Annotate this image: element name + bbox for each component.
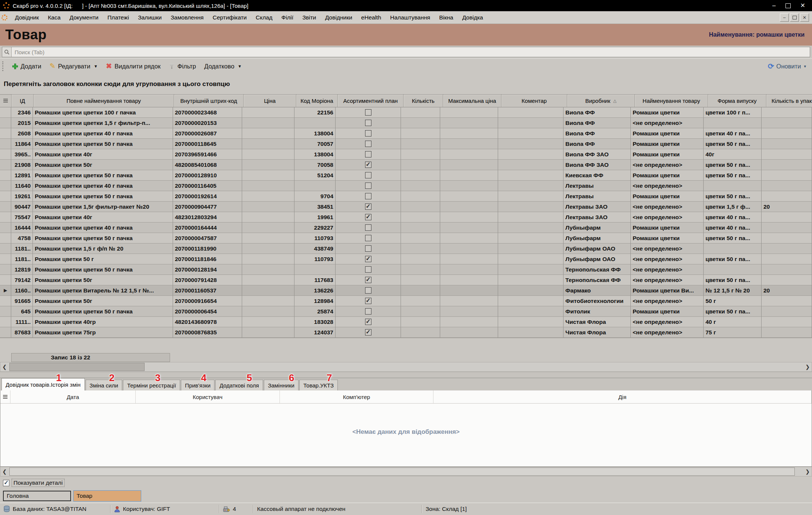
scroll-right-icon[interactable]: ❯ [803,467,812,476]
column-header-id[interactable]: ІД [12,95,34,107]
assortment-plan-checkbox[interactable] [365,235,371,241]
detail-tab-Терміни реєстрації[interactable]: Терміни реєстрації [123,380,180,390]
table-row[interactable]: 79142Ромашки цветки 50г20700007914281176… [0,275,812,285]
assortment-plan-checkbox[interactable] [365,183,371,189]
menu-item-Довідник[interactable]: Довідник [10,14,43,21]
mdi-minimize-button[interactable]: – [780,13,789,22]
splitter[interactable] [0,372,812,378]
window-tab-Товар[interactable]: Товар [73,490,141,502]
table-row[interactable]: ▶1160..Ромашки цветки Витарель № 12 1,5 … [0,285,812,296]
menu-item-Вікна[interactable]: Вікна [435,14,458,21]
minimize-button[interactable]: – [772,3,776,9]
assortment-plan-checkbox[interactable] [365,298,371,304]
column-header-pack_quantity[interactable]: Кількість в упак [766,95,812,107]
menu-item-Залишки[interactable]: Залишки [133,14,166,21]
table-row[interactable]: 11864Ромашки цветки цветки 50 г пачка207… [0,139,812,149]
assortment-plan-checkbox[interactable] [365,329,371,335]
assortment-plan-checkbox[interactable] [365,141,371,147]
scrollbar-thumb[interactable] [9,363,145,371]
column-header-max_price[interactable]: Максимальна ціна [443,95,501,107]
detail-tab-Зміна сили[interactable]: Зміна сили [86,380,123,390]
main-hscrollbar[interactable]: ❮ ❯ [0,362,812,372]
table-row[interactable]: 90447Ромашки цветки 1,5г фильтр-пакет №2… [0,202,812,212]
menu-item-Довідка[interactable]: Довідка [458,14,488,21]
assortment-plan-checkbox[interactable] [365,130,371,137]
close-button[interactable]: ✕ [800,3,805,9]
table-row[interactable]: 91665Ромашки цветки 50г20700009166541289… [0,296,812,306]
menu-item-Сертифікати[interactable]: Сертифікати [208,14,251,21]
detail-corner-button[interactable] [0,390,10,403]
column-header-full_name[interactable]: Повне найменування товару [34,95,174,107]
table-row[interactable]: 12819Ромашки цветки цветки 50 г пачка207… [0,264,812,275]
assortment-plan-checkbox[interactable] [365,172,371,178]
column-header-morion_code[interactable]: Код Моріона [296,95,338,107]
mdi-close-button[interactable]: ✕ [800,13,809,22]
menu-item-Налаштування[interactable]: Налаштування [386,14,435,21]
assortment-plan-checkbox[interactable] [365,151,371,157]
menu-item-Платежі[interactable]: Платежі [103,14,133,21]
menu-item-Довідники[interactable]: Довідники [321,14,357,21]
detail-column-header-Користувач[interactable]: Користувач [136,390,280,403]
menu-item-Каса[interactable]: Каса [43,14,65,21]
table-row[interactable]: 645Ромашки цветки цветки 50 г пачка20700… [0,306,812,317]
column-header-assortment_plan[interactable]: Асортиментний план [338,95,404,107]
assortment-plan-checkbox[interactable] [365,277,371,283]
detail-column-header-Дія[interactable]: Дія [433,390,812,403]
assortment-plan-checkbox[interactable] [365,319,371,325]
detail-column-header-Дата[interactable]: Дата [10,390,136,403]
scroll-right-icon[interactable]: ❯ [803,362,812,371]
menu-item-eHealth[interactable]: eHealth [357,14,386,21]
window-tab-Головна[interactable]: Головна [3,491,71,501]
column-header-price[interactable]: Ціна [244,95,296,107]
column-header-release_form[interactable]: Форма випуску [708,95,766,107]
assortment-plan-checkbox[interactable] [365,120,371,126]
table-corner-button[interactable] [0,95,12,107]
menu-item-Склад[interactable]: Склад [251,14,277,21]
table-row[interactable]: 3965..Ромашки цветки 40г2070396591466138… [0,149,812,160]
column-header-manufacturer[interactable]: Виробник△ [567,95,635,107]
table-row[interactable]: 1181..Ромашки цветки 50 г207000118184611… [0,254,812,264]
detail-tab-Довідник товарів.Історія змін[interactable]: Довідник товарів.Історія змін [1,378,85,390]
assortment-plan-checkbox[interactable] [365,287,371,294]
more-button[interactable]: Додатково▼ [200,61,246,72]
column-header-barcode[interactable]: Внутрішній штрих-код [174,95,244,107]
column-header-comment[interactable]: Коментар [501,95,567,107]
assortment-plan-checkbox[interactable] [365,308,371,315]
menu-item-Замовлення[interactable]: Замовлення [166,14,208,21]
scrollbar-thumb[interactable] [9,468,795,476]
table-row[interactable]: 2608Ромашки цветки цветки 40 г пачка2070… [0,128,812,139]
table-row[interactable]: 4758Ромашки цветки цветки 50 г пачка2070… [0,233,812,243]
detail-tab-Товар.УКТЗ[interactable]: Товар.УКТЗ [299,380,338,390]
table-row[interactable]: 1111..Ромашки цветки 40гр482014368097818… [0,317,812,327]
table-row[interactable]: 87683Ромашки цветки 75гр2070000876835124… [0,327,812,338]
table-row[interactable]: 12891Ромашки цветки цветки 50 г пачка207… [0,170,812,181]
detail-tab-Прив'язки[interactable]: Прив'язки [181,380,214,390]
assortment-plan-checkbox[interactable] [365,193,371,199]
mdi-restore-button[interactable] [790,13,799,22]
maximize-button[interactable] [785,3,791,8]
assortment-plan-checkbox[interactable] [365,162,371,168]
delete-row-button[interactable]: ✖ Видалити рядок [102,61,165,72]
refresh-button[interactable]: ⟳ Оновити▾ [764,61,812,72]
detail-hscrollbar[interactable]: ❮ ❯ [0,467,812,476]
assortment-plan-checkbox[interactable] [365,266,371,273]
show-details-label[interactable]: Показувати деталі [12,479,65,487]
assortment-plan-checkbox[interactable] [365,256,371,262]
assortment-plan-checkbox[interactable] [365,245,371,252]
column-header-product_name[interactable]: Найменування товару [635,95,708,107]
column-header-quantity[interactable]: Кількість [404,95,443,107]
assortment-plan-checkbox[interactable] [365,203,371,210]
table-row[interactable]: 1181..Ромашки цветки 1,5 г ф/п № 2020700… [0,243,812,254]
menu-item-Філії[interactable]: Філії [277,14,298,21]
table-row[interactable]: 11640Ромашки цветки цветки 40 г пачка207… [0,181,812,191]
scroll-left-icon[interactable]: ❮ [0,362,9,371]
scroll-left-icon[interactable]: ❮ [0,467,9,476]
assortment-plan-checkbox[interactable] [365,224,371,231]
table-row[interactable]: 21908Ромашки цветки 50г48200854010687005… [0,160,812,170]
toolbar-grip[interactable] [2,61,5,71]
filter-button[interactable]: Фільтр [165,61,200,72]
table-row[interactable]: 2346Ромашки цветки цветки 100 г пачка207… [0,107,812,118]
edit-button[interactable]: ✎ Редагувати▼ [45,61,102,72]
table-row[interactable]: 16444Ромашки цветки цветки 40 г пачка207… [0,223,812,233]
search-box[interactable] [2,47,810,57]
